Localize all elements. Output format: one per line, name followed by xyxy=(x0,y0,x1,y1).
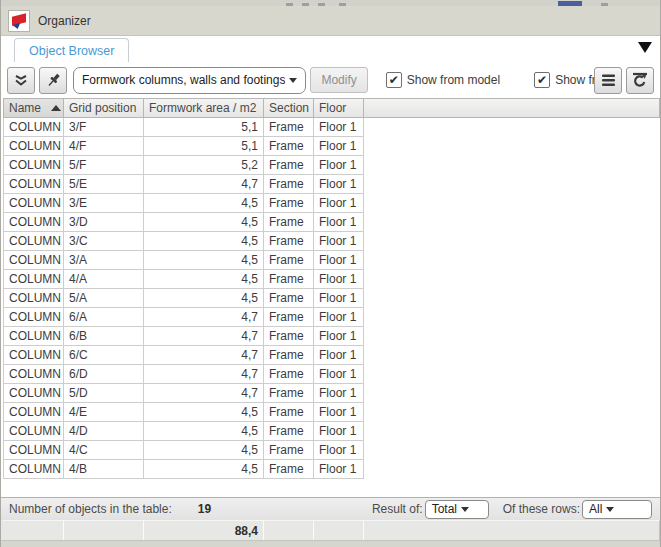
result-of-select[interactable]: Total xyxy=(425,500,489,519)
cell-grid: 4/A xyxy=(64,270,144,289)
table-row[interactable]: COLUMN5/A4,5FrameFloor 1 xyxy=(3,289,660,308)
table-row[interactable]: COLUMN6/B4,7FrameFloor 1 xyxy=(3,327,660,346)
table-row[interactable]: COLUMN4/E4,5FrameFloor 1 xyxy=(3,403,660,422)
cell-area: 4,7 xyxy=(144,365,264,384)
table-row[interactable]: COLUMN5/E4,7FrameFloor 1 xyxy=(3,175,660,194)
cell-area: 4,5 xyxy=(144,460,264,479)
modify-button-label: Modify xyxy=(321,73,356,87)
cell-area: 5,1 xyxy=(144,118,264,137)
cell-name: COLUMN xyxy=(3,403,64,422)
table-row[interactable]: COLUMN3/D4,5FrameFloor 1 xyxy=(3,213,660,232)
summary-cell-area-total: 88,4 xyxy=(144,520,264,540)
object-count-value: 19 xyxy=(198,502,211,516)
cell-grid: 5/F xyxy=(64,156,144,175)
menu-button[interactable] xyxy=(594,67,622,94)
column-header-label: Grid position xyxy=(69,101,136,115)
cell-area: 5,1 xyxy=(144,137,264,156)
cell-floor: Floor 1 xyxy=(314,422,364,441)
cell-area: 4,7 xyxy=(144,308,264,327)
panel-title: Organizer xyxy=(38,14,91,28)
result-of-label: Result of: xyxy=(372,502,423,516)
cell-section: Frame xyxy=(264,289,314,308)
cell-section: Frame xyxy=(264,137,314,156)
cell-grid: 6/C xyxy=(64,346,144,365)
table-bottom-gap xyxy=(1,479,660,497)
table-row[interactable]: COLUMN5/F5,2FrameFloor 1 xyxy=(3,156,660,175)
table-row[interactable]: COLUMN4/D4,5FrameFloor 1 xyxy=(3,422,660,441)
show-from-categories-group: Show from Ca xyxy=(534,72,594,88)
cell-name: COLUMN xyxy=(3,232,64,251)
table-header: Name Grid position Formwork area / m2 Se… xyxy=(3,98,660,118)
template-select-value: Formwork columns, walls and footings xyxy=(82,73,285,87)
cell-grid: 3/C xyxy=(64,232,144,251)
cell-name: COLUMN xyxy=(3,175,64,194)
hamburger-menu-icon xyxy=(601,74,616,87)
column-header-floor[interactable]: Floor xyxy=(314,98,364,118)
logo-blue-triangle xyxy=(12,23,21,30)
background-app-strip xyxy=(1,0,660,6)
modify-button[interactable]: Modify xyxy=(310,67,367,93)
cell-section: Frame xyxy=(264,346,314,365)
template-select[interactable]: Formwork columns, walls and footings xyxy=(73,67,306,94)
cell-floor: Floor 1 xyxy=(314,251,364,270)
of-these-rows-label: Of these rows: xyxy=(503,502,580,516)
tekla-organizer-logo-icon xyxy=(8,10,30,32)
cell-section: Frame xyxy=(264,213,314,232)
table-row[interactable]: COLUMN3/A4,5FrameFloor 1 xyxy=(3,251,660,270)
cell-section: Frame xyxy=(264,384,314,403)
pin-button[interactable] xyxy=(39,67,67,94)
table-row[interactable]: COLUMN4/A4,5FrameFloor 1 xyxy=(3,270,660,289)
sort-ascending-icon xyxy=(51,105,61,111)
column-header-grid-position[interactable]: Grid position xyxy=(64,98,144,118)
chevron-down-icon xyxy=(606,507,614,512)
table-row[interactable]: COLUMN4/F5,1FrameFloor 1 xyxy=(3,137,660,156)
background-icon-fragment xyxy=(339,3,346,6)
tab-object-browser[interactable]: Object Browser xyxy=(14,38,129,62)
cell-name: COLUMN xyxy=(3,327,64,346)
cell-area: 4,5 xyxy=(144,403,264,422)
column-header-section[interactable]: Section xyxy=(264,98,314,118)
table-row[interactable]: COLUMN6/A4,7FrameFloor 1 xyxy=(3,308,660,327)
column-header-formwork-area[interactable]: Formwork area / m2 xyxy=(144,98,264,118)
object-count-label: Number of objects in the table: xyxy=(9,502,172,516)
tab-label: Object Browser xyxy=(29,44,114,58)
double-chevron-down-icon xyxy=(13,74,29,87)
summary-cell-name xyxy=(3,520,64,540)
cell-floor: Floor 1 xyxy=(314,403,364,422)
refresh-button[interactable] xyxy=(626,67,654,94)
background-icon-fragment xyxy=(302,3,309,6)
cell-area: 4,5 xyxy=(144,270,264,289)
table-row[interactable]: COLUMN6/C4,7FrameFloor 1 xyxy=(3,346,660,365)
show-from-model-checkbox[interactable] xyxy=(386,72,402,88)
cell-name: COLUMN xyxy=(3,251,64,270)
cell-area: 4,5 xyxy=(144,289,264,308)
column-header-name[interactable]: Name xyxy=(3,98,64,118)
table-row[interactable]: COLUMN3/C4,5FrameFloor 1 xyxy=(3,232,660,251)
toolbar: Formwork columns, walls and footings Mod… xyxy=(1,62,660,98)
cell-floor: Floor 1 xyxy=(314,384,364,403)
table-row[interactable]: COLUMN3/E4,5FrameFloor 1 xyxy=(3,194,660,213)
cell-floor: Floor 1 xyxy=(314,156,364,175)
cell-floor: Floor 1 xyxy=(314,232,364,251)
object-table: Name Grid position Formwork area / m2 Se… xyxy=(1,98,660,479)
cell-floor: Floor 1 xyxy=(314,118,364,137)
show-from-categories-label: Show from Ca xyxy=(555,73,594,87)
show-from-categories-checkbox[interactable] xyxy=(534,72,550,88)
table-row[interactable]: COLUMN4/C4,5FrameFloor 1 xyxy=(3,441,660,460)
table-row[interactable]: COLUMN3/F5,1FrameFloor 1 xyxy=(3,118,660,137)
cell-floor: Floor 1 xyxy=(314,270,364,289)
result-of-value: Total xyxy=(432,502,457,516)
cell-grid: 4/C xyxy=(64,441,144,460)
table-row[interactable]: COLUMN5/D4,7FrameFloor 1 xyxy=(3,384,660,403)
of-these-rows-select[interactable]: All xyxy=(582,500,652,519)
cell-name: COLUMN xyxy=(3,346,64,365)
column-header-label: Name xyxy=(9,101,41,115)
collapse-all-button[interactable] xyxy=(7,67,35,94)
summary-filler xyxy=(364,520,660,540)
table-row[interactable]: COLUMN4/B4,5FrameFloor 1 xyxy=(3,460,660,479)
table-row[interactable]: COLUMN6/D4,7FrameFloor 1 xyxy=(3,365,660,384)
cell-area: 4,5 xyxy=(144,251,264,270)
cell-area: 4,5 xyxy=(144,441,264,460)
panel-collapse-arrow-icon[interactable] xyxy=(638,42,652,53)
cell-area: 5,2 xyxy=(144,156,264,175)
